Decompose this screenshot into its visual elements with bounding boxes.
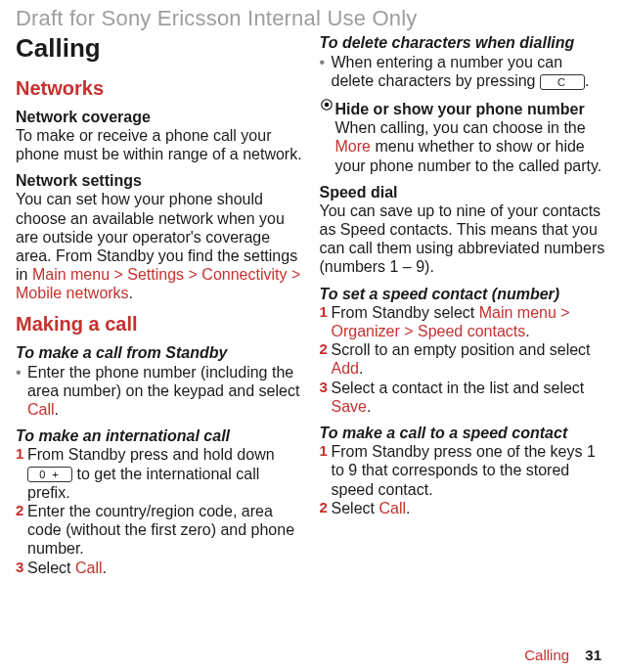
page-title: Calling (16, 33, 304, 64)
delete-body-pre: When entering a number you can delete ch… (332, 54, 563, 89)
set-speed-step-2-post: . (359, 360, 363, 377)
set-speed-step-3-text: Select a contact in the list and select … (332, 379, 608, 416)
footer-label: Calling (524, 647, 569, 663)
standby-call-step-post: . (55, 401, 59, 418)
set-speed-step-1-pre: From Standby select (332, 304, 479, 321)
draft-header: Draft for Sony Ericsson Internal Use Onl… (16, 6, 607, 31)
set-speed-step-3-pre: Select a contact in the list and select (332, 380, 585, 396)
call-speed-heading: To make a call to a speed contact (320, 424, 608, 442)
call-speed-step-2-pre: Select (332, 500, 379, 516)
standby-call-step: • Enter the phone number (including the … (16, 363, 304, 420)
svg-point-1 (324, 103, 328, 107)
network-coverage-heading: Network coverage (16, 108, 304, 126)
set-speed-step-3-action: Save (332, 398, 367, 415)
set-speed-step-2-action: Add (332, 360, 359, 377)
intl-step-3-pre: Select (27, 560, 75, 576)
step-marker-2: 2 (320, 499, 330, 516)
set-speed-step-1: 1 From Standby select Main menu > Organi… (320, 303, 608, 340)
networks-heading: Networks (16, 76, 304, 100)
standby-call-step-pre: Enter the phone number (including the ar… (27, 364, 299, 399)
footer-page-number: 31 (585, 647, 601, 663)
step-marker-1: 1 (320, 442, 330, 460)
step-marker-1: 1 (320, 303, 330, 321)
hide-show-note: Hide or show your phone number When call… (320, 96, 608, 175)
delete-body-post: . (585, 72, 589, 89)
footer: Calling 31 (524, 647, 601, 664)
hide-heading: Hide or show your phone number (335, 100, 608, 118)
intl-step-3-text: Select Call. (27, 559, 304, 577)
step-marker-3: 3 (320, 379, 330, 396)
intl-step-3-post: . (102, 560, 106, 576)
set-speed-step-2-text: Scroll to an empty position and select A… (332, 340, 608, 378)
delete-heading: To delete characters when dialling (320, 33, 608, 52)
call-speed-step-2: 2 Select Call. (320, 499, 608, 517)
set-speed-step-3-post: . (367, 398, 371, 415)
step-marker-1: 1 (16, 445, 25, 463)
note-icon (320, 98, 334, 112)
call-speed-step-2-action: Call (378, 500, 406, 516)
speed-heading: Speed dial (320, 183, 608, 202)
speed-body: You can save up to nine of your contacts… (320, 202, 608, 277)
network-coverage-body: To make or receive a phone call your pho… (16, 126, 304, 163)
c-key-icon: C (540, 74, 585, 90)
standby-call-step-action: Call (27, 401, 55, 418)
bullet-marker: • (320, 53, 330, 71)
intl-call-heading: To make an international call (16, 426, 304, 445)
zero-plus-key-icon: 0 + (27, 467, 72, 482)
delete-step-text: When entering a number you can delete ch… (332, 53, 608, 90)
intl-step-1: 1 From Standby press and hold down 0 + t… (16, 445, 304, 502)
network-settings-path: Main menu > Settings > Connectivity > Mo… (16, 266, 300, 301)
intl-step-2: 2 Enter the country/region code, area co… (16, 502, 304, 559)
set-speed-step-2: 2 Scroll to an empty position and select… (320, 340, 608, 378)
intl-step-3: 3 Select Call. (16, 559, 304, 577)
network-settings-body-post: . (129, 285, 133, 301)
making-call-heading: Making a call (16, 312, 304, 336)
standby-call-heading: To make a call from Standby (16, 343, 304, 362)
step-marker-2: 2 (320, 340, 330, 358)
call-speed-step-2-text: Select Call. (332, 499, 608, 517)
call-speed-step-1: 1 From Standby press one of the keys 1 t… (320, 442, 608, 499)
left-column: Calling Networks Network coverage To mak… (16, 33, 304, 576)
delete-step: • When entering a number you can delete … (320, 53, 608, 90)
set-speed-step-3: 3 Select a contact in the list and selec… (320, 379, 608, 416)
bullet-marker: • (16, 363, 25, 381)
call-speed-step-1-text: From Standby press one of the keys 1 to … (332, 442, 608, 499)
set-speed-step-2-pre: Scroll to an empty position and select (332, 341, 591, 358)
step-marker-2: 2 (16, 502, 25, 519)
intl-step-3-action: Call (75, 560, 103, 576)
call-speed-step-2-post: . (406, 500, 410, 516)
network-settings-heading: Network settings (16, 171, 304, 190)
set-speed-step-1-post: . (525, 323, 529, 339)
network-settings-body: You can set how your phone should choose… (16, 190, 304, 302)
hide-body-post: menu whether to show or hide your phone … (335, 138, 602, 173)
hide-body-action: More (335, 138, 371, 155)
hide-body-pre: When calling, you can choose in the (335, 119, 586, 136)
set-speed-step-1-text: From Standby select Main menu > Organize… (332, 303, 608, 340)
set-speed-heading: To set a speed contact (number) (320, 285, 608, 303)
standby-call-step-text: Enter the phone number (including the ar… (27, 363, 304, 420)
step-marker-3: 3 (16, 559, 25, 576)
intl-step-1-pre: From Standby press and hold down (27, 446, 275, 463)
intl-step-2-text: Enter the country/region code, area code… (27, 502, 304, 559)
intl-step-1-text: From Standby press and hold down 0 + to … (27, 445, 304, 502)
right-column: To delete characters when dialling • Whe… (320, 33, 608, 576)
